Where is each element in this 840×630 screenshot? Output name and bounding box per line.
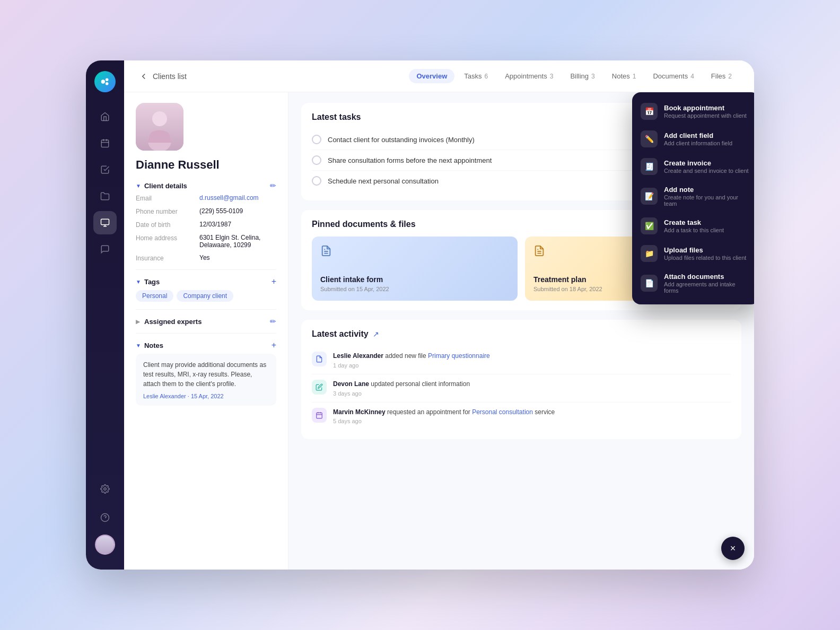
details-chevron: ▼ (136, 183, 141, 189)
note-meta: Leslie Alexander · 15 Apr, 2022 (143, 393, 269, 399)
edit-client-details[interactable]: ✏ (270, 181, 276, 190)
task-text-3: Schedule next personal consultation (328, 177, 679, 185)
tab-notes-count: 1 (633, 73, 636, 80)
field-value-email[interactable]: d.russell@gmail.com (199, 194, 276, 202)
tab-notes-label: Notes (612, 72, 630, 80)
tag-company[interactable]: Company client (177, 290, 233, 302)
menu-item-create-invoice[interactable]: 🧾 Create invoice Create and send invoice… (632, 153, 754, 180)
activity-content-2: Devon Lane updated personal client infor… (333, 380, 731, 397)
doc-card-intake[interactable]: Client intake form Submitted on 15 Apr, … (312, 237, 518, 301)
tags-list: Personal Company client (136, 290, 276, 302)
svg-point-0 (101, 80, 105, 83)
sidebar-item-files[interactable] (93, 185, 117, 208)
user-avatar[interactable] (95, 535, 115, 555)
app-logo[interactable] (94, 71, 116, 92)
assigned-experts-header: ▶ Assigned experts ✏ (136, 317, 276, 326)
menu-item-add-note[interactable]: 📝 Add note Create note for you and your … (632, 180, 754, 212)
menu-title-book: Book appointment (664, 104, 747, 112)
menu-item-upload-files[interactable]: 📁 Upload files Upload files related to t… (632, 240, 754, 267)
tab-files[interactable]: Files 2 (704, 69, 739, 83)
tags-section: ▼ Tags + Personal Company client (136, 277, 276, 302)
activity-icon-2 (312, 380, 327, 395)
menu-text-note: Add note Create note for you and your te… (664, 186, 751, 207)
menu-item-book-appointment[interactable]: 📅 Book appointment Request appointment w… (632, 98, 754, 125)
field-insurance: Insurance Yes (136, 254, 276, 262)
sidebar-item-help[interactable] (93, 506, 117, 529)
field-label-phone: Phone number (136, 207, 194, 215)
note-date: 15 Apr, 2022 (191, 393, 224, 399)
menu-text-book: Book appointment Request appointment wit… (664, 104, 747, 119)
activity-header: Latest activity ↗ (312, 329, 731, 339)
divider-3 (136, 333, 276, 334)
close-context-menu-button[interactable]: × (721, 537, 745, 560)
tab-overview[interactable]: Overview (409, 69, 454, 83)
sidebar-item-tasks[interactable] (93, 158, 117, 181)
activity-text-2: Devon Lane updated personal client infor… (333, 380, 731, 389)
task-checkbox-3[interactable] (312, 176, 321, 186)
back-button[interactable]: Clients list (139, 72, 187, 81)
add-field-icon: ✏️ (641, 130, 658, 147)
task-checkbox-2[interactable] (312, 155, 321, 165)
activity-icon-1 (312, 352, 327, 366)
menu-item-add-client-field[interactable]: ✏️ Add client field Add client informati… (632, 125, 754, 153)
svg-point-1 (106, 78, 109, 82)
svg-point-14 (152, 111, 167, 126)
notes-chevron: ▼ (136, 343, 141, 348)
svg-rect-3 (101, 140, 109, 147)
menu-sub-upload: Upload files related to this client (664, 255, 746, 261)
back-label: Clients list (153, 72, 187, 81)
tab-tasks[interactable]: Tasks 6 (457, 69, 495, 83)
sidebar-item-messages[interactable] (93, 238, 117, 261)
add-note-button[interactable]: + (272, 341, 276, 349)
tab-documents[interactable]: Documents 4 (645, 69, 701, 83)
tab-appointments-label: Appointments (505, 72, 547, 80)
tag-personal[interactable]: Personal (136, 290, 173, 302)
task-checkbox-1[interactable] (312, 135, 321, 144)
tags-chevron: ▼ (136, 279, 141, 285)
tab-billing-label: Billing (570, 72, 589, 80)
menu-title-upload: Upload files (664, 246, 746, 254)
activity-link-1[interactable]: Primary questionnaire (428, 352, 490, 360)
context-menu: 📅 Book appointment Request appointment w… (632, 92, 754, 304)
activity-row-1: Leslie Alexander added new file Primary … (312, 346, 731, 374)
svg-point-10 (104, 488, 107, 491)
header: Clients list Overview Tasks 6 Appointmen… (124, 60, 754, 92)
svg-rect-7 (101, 219, 109, 225)
activity-icon-3 (312, 408, 327, 423)
tab-documents-label: Documents (653, 72, 688, 80)
edit-experts-button[interactable]: ✏ (270, 317, 276, 326)
pinned-card-title: Pinned documents & files (312, 220, 416, 229)
menu-title-field: Add client field (664, 132, 732, 139)
client-avatar (136, 103, 183, 151)
sidebar-item-settings[interactable] (93, 477, 117, 501)
tab-tasks-count: 6 (485, 73, 488, 80)
activity-link-3[interactable]: Personal consultation (472, 408, 533, 416)
tab-appointments-count: 3 (550, 73, 554, 80)
divider-1 (136, 269, 276, 270)
field-value-address: 6301 Elgin St. Celina, Delawaare, 10299 (199, 234, 276, 249)
menu-sub-note: Create note for you and your team (664, 194, 751, 207)
tab-notes[interactable]: Notes 1 (605, 69, 644, 83)
field-address: Home address 6301 Elgin St. Celina, Dela… (136, 234, 276, 249)
menu-item-attach-documents[interactable]: 📄 Attach documents Add agreements and in… (632, 267, 754, 299)
tab-billing[interactable]: Billing 3 (563, 69, 602, 83)
client-name: Dianne Russell (136, 158, 276, 172)
activity-content-3: Marvin McKinney requested an appointment… (333, 408, 731, 425)
activity-link-arrow[interactable]: ↗ (373, 330, 379, 338)
activity-time-3: 5 days ago (333, 418, 731, 424)
tab-billing-count: 3 (591, 73, 595, 80)
field-value-phone: (229) 555-0109 (199, 207, 276, 215)
field-value-dob: 12/03/1987 (199, 221, 276, 228)
left-panel: Dianne Russell ▼ Client details ✏ Email … (124, 92, 288, 570)
sidebar-nav (86, 105, 124, 477)
activity-content-1: Leslie Alexander added new file Primary … (333, 352, 731, 369)
sidebar-item-clients[interactable] (93, 211, 117, 234)
menu-title-invoice: Create invoice (664, 159, 749, 167)
add-tag-button[interactable]: + (272, 277, 276, 286)
sidebar-item-calendar[interactable] (93, 132, 117, 155)
sidebar-item-home[interactable] (93, 105, 117, 128)
menu-item-create-task[interactable]: ✅ Create task Add a task to this client (632, 212, 754, 240)
divider-2 (136, 309, 276, 310)
tab-appointments[interactable]: Appointments 3 (497, 69, 561, 83)
app-window: Clients list Overview Tasks 6 Appointmen… (86, 60, 754, 570)
